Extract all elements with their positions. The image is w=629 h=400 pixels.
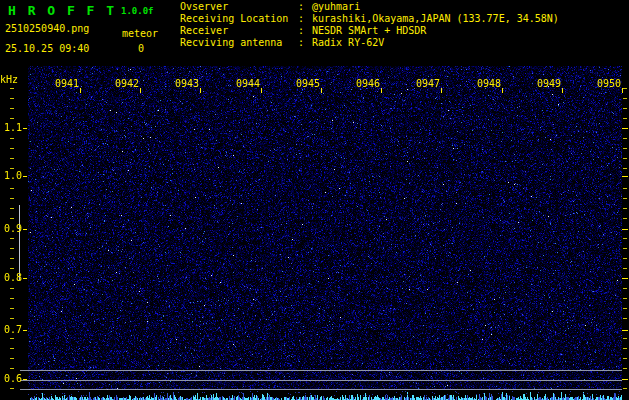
freq-major-tick-left	[23, 128, 27, 129]
freq-major-tick-left	[23, 330, 27, 331]
freq-minor-tick-left	[10, 368, 14, 369]
info-row-antenna: Recviving antenna : Radix RY-62V	[180, 37, 559, 49]
freq-minor-tick-right	[623, 318, 627, 319]
freq-minor-tick-right	[623, 358, 627, 359]
freq-minor-tick-right	[623, 288, 627, 289]
freq-minor-tick-left	[10, 308, 14, 309]
freq-minor-tick-right	[623, 98, 627, 99]
echo-search-band-marker	[19, 205, 20, 280]
freq-major-tick-right	[622, 379, 628, 380]
info-label: Recviving antenna	[180, 37, 298, 49]
freq-minor-tick-left	[10, 248, 14, 249]
freq-major-tick-left	[23, 278, 27, 279]
time-tick-label: 0944	[234, 79, 260, 89]
info-label: Receiver	[180, 25, 298, 37]
freq-minor-tick-left	[10, 88, 14, 89]
freq-minor-tick-left	[10, 288, 14, 289]
freq-major-tick-left	[23, 229, 27, 230]
freq-minor-tick-right	[623, 198, 627, 199]
freq-minor-tick-right	[623, 368, 627, 369]
time-tick-mark	[502, 88, 503, 93]
info-value: Radix RY-62V	[312, 37, 384, 49]
info-colon: :	[298, 13, 312, 25]
freq-minor-tick-left	[10, 148, 14, 149]
app-title: H R O F F T	[8, 3, 116, 18]
time-tick-mark	[381, 88, 382, 93]
freq-minor-tick-left	[10, 138, 14, 139]
freq-major-tick-right	[622, 176, 628, 177]
freq-axis-unit: kHz	[0, 74, 18, 85]
freq-minor-tick-right	[623, 258, 627, 259]
time-tick-mark	[321, 88, 322, 93]
info-row-receiver: Receiver : NESDR SMArt + HDSDR	[180, 25, 559, 37]
freq-tick-label: 0.8	[0, 273, 22, 283]
freq-minor-tick-right	[623, 308, 627, 309]
reference-line-upper	[20, 370, 622, 371]
freq-minor-tick-left	[10, 388, 14, 389]
freq-major-tick-left	[23, 176, 27, 177]
freq-minor-tick-right	[623, 268, 627, 269]
freq-major-tick-right	[622, 128, 628, 129]
time-tick-label: 0943	[173, 79, 199, 89]
time-tick-mark	[140, 88, 141, 93]
info-colon: :	[298, 37, 312, 49]
reference-line-lower	[20, 389, 622, 390]
freq-minor-tick-right	[623, 238, 627, 239]
output-filename: 2510250940.png	[5, 23, 89, 34]
time-tick-label: 0946	[354, 79, 380, 89]
freq-minor-tick-left	[10, 238, 14, 239]
freq-minor-tick-left	[10, 358, 14, 359]
info-colon: :	[298, 25, 312, 37]
freq-minor-tick-left	[10, 108, 14, 109]
spectrogram-plot: kHz 094109420943094409450946094709480949…	[0, 62, 629, 400]
signal-level-strip-canvas	[28, 390, 622, 400]
info-value: @yuhmari	[312, 1, 360, 13]
app-version: 1.0.0f	[121, 6, 154, 16]
freq-minor-tick-right	[623, 118, 627, 119]
time-tick-mark	[200, 88, 201, 93]
time-tick-mark	[261, 88, 262, 93]
freq-minor-tick-left	[10, 338, 14, 339]
freq-minor-tick-left	[10, 168, 14, 169]
meteor-count-value: 0	[122, 43, 160, 54]
freq-minor-tick-left	[10, 198, 14, 199]
freq-minor-tick-right	[623, 388, 627, 389]
observation-datetime: 25.10.25 09:40	[5, 43, 89, 54]
station-info: Ovserver : @yuhmari Receiving Location :…	[180, 1, 559, 49]
time-tick-label: 0949	[535, 79, 561, 89]
spectrogram-noise-canvas	[28, 66, 622, 390]
freq-tick-label: 0.7	[0, 325, 22, 335]
freq-minor-tick-left	[10, 118, 14, 119]
freq-minor-tick-left	[10, 158, 14, 159]
freq-major-tick-right	[622, 229, 628, 230]
info-colon: :	[298, 1, 312, 13]
time-tick-label: 0941	[53, 79, 79, 89]
time-tick-mark	[441, 88, 442, 93]
info-value: NESDR SMArt + HDSDR	[312, 25, 426, 37]
freq-minor-tick-right	[623, 158, 627, 159]
time-tick-label: 0942	[113, 79, 139, 89]
freq-minor-tick-right	[623, 348, 627, 349]
info-row-observer: Ovserver : @yuhmari	[180, 1, 559, 13]
freq-minor-tick-right	[623, 248, 627, 249]
time-tick-mark	[80, 88, 81, 93]
meteor-count-label: meteor	[122, 28, 158, 39]
freq-minor-tick-left	[10, 348, 14, 349]
freq-minor-tick-right	[623, 218, 627, 219]
freq-major-tick-right	[622, 330, 628, 331]
time-tick-mark	[562, 88, 563, 93]
freq-minor-tick-left	[10, 318, 14, 319]
time-tick-label: 0945	[294, 79, 320, 89]
freq-tick-label: 1.0	[0, 171, 22, 181]
freq-minor-tick-left	[10, 98, 14, 99]
freq-minor-tick-left	[10, 268, 14, 269]
freq-minor-tick-right	[623, 108, 627, 109]
freq-tick-label: 0.9	[0, 224, 22, 234]
freq-minor-tick-right	[623, 168, 627, 169]
time-tick-label: 0948	[475, 79, 501, 89]
info-label: Ovserver	[180, 1, 298, 13]
freq-minor-tick-left	[10, 258, 14, 259]
info-label: Receiving Location	[180, 13, 298, 25]
freq-minor-tick-right	[623, 138, 627, 139]
info-row-location: Receiving Location : kurashiki,Okayama,J…	[180, 13, 559, 25]
